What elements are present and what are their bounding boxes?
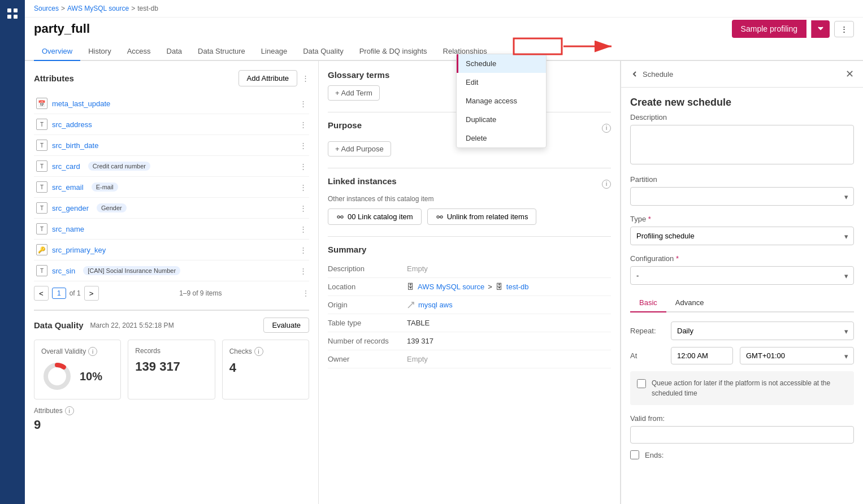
schedule-close-button[interactable]: ✕ (845, 68, 854, 80)
location-db-link[interactable]: test-db (506, 283, 529, 291)
partition-field-group: Partition ▾ (630, 175, 854, 206)
attr-item: T src_address ⋮ (34, 114, 309, 135)
more-options-button[interactable]: ⋮ (834, 21, 854, 37)
overall-validity-info-icon[interactable]: i (88, 347, 97, 356)
page-title: party_full (34, 21, 90, 36)
timezone-select[interactable]: GMT+01:00 GMT+00:00 GMT-05:00 (740, 347, 854, 364)
dropdown-item-edit[interactable]: Edit (457, 73, 546, 92)
attr-count-section: Attributes i 9 (34, 406, 309, 432)
attr-name[interactable]: src_birth_date (52, 141, 98, 150)
attributes-more-icon[interactable]: ⋮ (302, 74, 309, 82)
summary-row: Table type TABLE (328, 314, 611, 332)
tab-overview[interactable]: Overview (34, 42, 80, 61)
repeat-select[interactable]: Daily Weekly Monthly (671, 321, 854, 340)
linked-instances-info-icon[interactable]: i (602, 180, 611, 189)
svg-point-12 (437, 216, 439, 218)
add-term-button[interactable]: + Add Term (328, 85, 380, 101)
svg-point-10 (341, 216, 343, 218)
attr-text-icon: T (36, 140, 47, 151)
tab-data-structure[interactable]: Data Structure (190, 42, 253, 61)
attr-text-icon: T (36, 202, 47, 214)
summary-section: Summary Description Empty Location 🗄 (328, 245, 611, 368)
attr-name[interactable]: src_address (52, 120, 92, 129)
add-purpose-button[interactable]: + Add Purpose (328, 141, 391, 157)
attr-options-icon[interactable]: ⋮ (300, 141, 307, 150)
attr-options-icon[interactable]: ⋮ (300, 267, 307, 275)
tab-profile-dq[interactable]: Profile & DQ insights (352, 42, 435, 61)
purpose-info-icon[interactable]: i (602, 124, 611, 133)
dropdown-item-duplicate[interactable]: Duplicate (457, 110, 546, 129)
summary-value: TABLE (407, 319, 430, 327)
attr-options-icon[interactable]: ⋮ (300, 225, 307, 233)
attr-options-icon[interactable]: ⋮ (300, 120, 307, 129)
location-source-link[interactable]: AWS MySQL source (418, 283, 484, 291)
schedule-panel: Schedule ✕ Create new schedule Descripti… (620, 61, 863, 504)
link-catalog-item-button[interactable]: 00 Link catalog item (328, 208, 422, 225)
origin-link[interactable]: mysql aws (418, 301, 453, 309)
attr-name[interactable]: meta_last_update (52, 99, 110, 108)
summary-row: Description Empty (328, 260, 611, 278)
linked-instances-desc: Other instances of this catalog item (328, 195, 611, 203)
queue-action-checkbox[interactable] (637, 379, 646, 388)
pagination-more-icon[interactable]: ⋮ (302, 289, 309, 297)
type-select[interactable]: Profiling schedule (630, 227, 854, 245)
summary-row: Owner Empty (328, 350, 611, 368)
next-page-button[interactable]: > (84, 286, 99, 301)
attr-name[interactable]: src_name (52, 225, 84, 233)
arrow-annotation (513, 34, 626, 69)
repeat-label: Repeat: (630, 327, 664, 335)
attr-key-icon: 🔑 (36, 244, 47, 255)
attr-options-icon[interactable]: ⋮ (300, 183, 307, 192)
attr-count-label: Attributes (34, 407, 63, 415)
prev-page-button[interactable]: < (34, 286, 49, 301)
ends-checkbox[interactable] (630, 450, 639, 459)
attr-name[interactable]: src_email (52, 183, 84, 192)
checks-info-icon[interactable]: i (254, 347, 263, 356)
partition-select[interactable] (630, 187, 854, 206)
partition-select-wrapper: ▾ (630, 187, 854, 206)
schedule-panel-header: Schedule ✕ (621, 61, 863, 88)
schedule-back-button[interactable]: Schedule (630, 69, 673, 79)
valid-from-input[interactable] (630, 426, 854, 444)
tab-access[interactable]: Access (119, 42, 159, 61)
description-textarea[interactable] (630, 125, 854, 164)
at-time-input[interactable] (671, 347, 733, 364)
add-attribute-button[interactable]: Add Attribute (238, 70, 297, 86)
attr-count-info-icon[interactable]: i (65, 406, 74, 415)
dropdown-item-delete[interactable]: Delete (457, 129, 546, 147)
nav-tabs: Overview History Access Data Data Struct… (25, 42, 863, 61)
attr-name[interactable]: src_gender (52, 204, 89, 212)
attr-name[interactable]: src_primary_key (52, 246, 106, 254)
unlink-related-items-button[interactable]: Unlink from related items (427, 208, 537, 225)
attr-options-icon[interactable]: ⋮ (300, 246, 307, 254)
attr-name[interactable]: src_card (52, 162, 80, 171)
dropdown-item-manage-access[interactable]: Manage access (457, 92, 546, 110)
tab-lineage[interactable]: Lineage (253, 42, 295, 61)
attr-item: 📅 meta_last_update ⋮ (34, 93, 309, 114)
config-select[interactable]: - (630, 266, 854, 285)
attr-name[interactable]: src_sin (52, 267, 75, 275)
attributes-header: Attributes Add Attribute ⋮ (34, 70, 309, 86)
attr-options-icon[interactable]: ⋮ (300, 162, 307, 171)
attr-options-icon[interactable]: ⋮ (300, 99, 307, 108)
schedule-form: Description Partition ▾ (621, 113, 863, 468)
sample-profiling-button[interactable]: Sample profiling (732, 20, 806, 38)
svg-point-13 (440, 216, 443, 218)
tab-basic[interactable]: Basic (630, 294, 666, 312)
page-header: party_full Sample profiling ⋮ (25, 18, 863, 42)
validity-percent: 10% (80, 370, 102, 383)
attr-item: T src_gender Gender ⋮ (34, 198, 309, 219)
attr-options-icon[interactable]: ⋮ (300, 204, 307, 212)
breadcrumb-source[interactable]: AWS MySQL source (67, 5, 129, 12)
attributes-title: Attributes (34, 73, 74, 83)
page-of: of 1 (70, 289, 81, 297)
tab-data-quality[interactable]: Data Quality (295, 42, 352, 61)
records-value: 139 317 (135, 359, 207, 374)
breadcrumb-sources[interactable]: Sources (34, 5, 59, 12)
tab-advance[interactable]: Advance (666, 294, 713, 312)
pagination: < 1 of 1 > 1–9 of 9 items ⋮ (34, 286, 309, 301)
tab-data[interactable]: Data (159, 42, 190, 61)
evaluate-button[interactable]: Evaluate (263, 318, 309, 333)
sample-profiling-dropdown-button[interactable] (811, 20, 830, 38)
tab-history[interactable]: History (80, 42, 119, 61)
